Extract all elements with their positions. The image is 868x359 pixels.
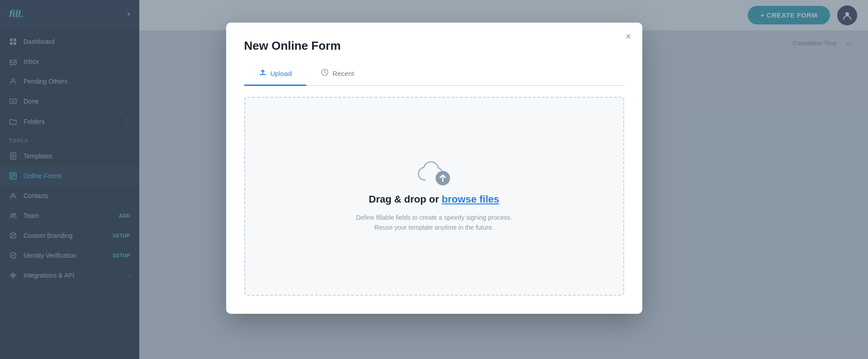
recent-tab-icon <box>321 68 329 78</box>
tab-recent[interactable]: Recent <box>306 64 369 86</box>
modal-title: New Online Form <box>244 39 624 53</box>
modal-tabs: Upload Recent <box>244 64 624 86</box>
new-online-form-modal: × New Online Form Upload Recent <box>226 23 642 314</box>
upload-sub-line2: Reuse your template anytime in the futur… <box>375 224 494 231</box>
tab-upload[interactable]: Upload <box>244 64 307 86</box>
drag-drop-text: Drag & drop or <box>369 194 441 205</box>
upload-drop-area[interactable]: Drag & drop or browse files Define filla… <box>244 97 624 296</box>
upload-sub-line1: Define fillable fields to create a speed… <box>356 214 512 221</box>
upload-tab-icon <box>259 68 267 78</box>
cloud-upload-icon <box>418 160 451 186</box>
browse-files-link[interactable]: browse files <box>442 194 499 205</box>
tab-recent-label: Recent <box>332 70 354 77</box>
tab-upload-label: Upload <box>270 70 292 77</box>
upload-sub-text: Define fillable fields to create a speed… <box>356 213 512 233</box>
upload-main-text-container: Drag & drop or browse files <box>369 194 499 205</box>
modal-close-button[interactable]: × <box>626 32 631 42</box>
modal-overlay[interactable]: × New Online Form Upload Recent <box>0 0 868 359</box>
